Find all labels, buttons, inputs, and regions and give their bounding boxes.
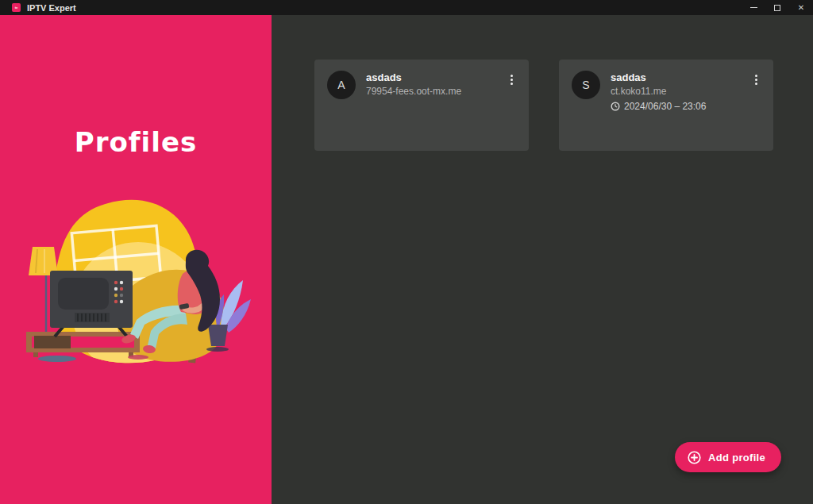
avatar: A	[327, 71, 356, 99]
close-button[interactable]: ✕	[789, 0, 813, 15]
profile-expiry: 2024/06/30 – 23:06	[611, 101, 749, 112]
clock-icon	[611, 102, 620, 111]
kebab-dot	[511, 83, 513, 85]
page-title: Profiles	[0, 126, 272, 158]
profile-expiry-text: 2024/06/30 – 23:06	[624, 101, 706, 112]
kebab-dot	[755, 75, 757, 77]
minimize-button[interactable]	[742, 0, 765, 15]
window-title: IPTV Expert	[27, 3, 76, 13]
window-controls: ✕	[742, 0, 813, 15]
app-logo-text: tv	[15, 6, 18, 10]
kebab-dot	[511, 75, 513, 77]
profile-menu-button[interactable]	[749, 72, 762, 87]
watching-tv-illustration	[13, 188, 260, 369]
close-icon: ✕	[798, 4, 804, 12]
plus-circle-icon	[688, 451, 701, 464]
add-profile-button[interactable]: Add profile	[675, 442, 781, 472]
minimize-icon	[750, 7, 757, 8]
profile-name: saddas	[611, 71, 749, 83]
profile-card-asdads[interactable]: A asdads 79954-fees.oot-mx.me	[314, 60, 529, 151]
maximize-button[interactable]	[765, 0, 789, 15]
kebab-dot	[511, 79, 513, 81]
profile-card-saddas[interactable]: S saddas ct.koko11.me 2024/06/30 – 23	[559, 60, 773, 151]
profile-menu-button[interactable]	[505, 72, 518, 87]
app-logo-icon: tv	[12, 3, 21, 12]
app-window: tv IPTV Expert ✕ Profiles	[0, 0, 813, 504]
kebab-dot	[755, 83, 757, 85]
add-profile-label: Add profile	[708, 452, 765, 464]
profile-cards-row: A asdads 79954-fees.oot-mx.me S	[314, 60, 773, 151]
kebab-dot	[755, 79, 757, 81]
tv	[50, 271, 133, 337]
profiles-content: A asdads 79954-fees.oot-mx.me S	[272, 15, 813, 504]
titlebar: tv IPTV Expert ✕	[0, 0, 813, 15]
sidebar-panel: Profiles	[0, 15, 272, 504]
profile-url: ct.koko11.me	[611, 86, 749, 97]
avatar: S	[572, 71, 600, 99]
profile-url: 79954-fees.oot-mx.me	[366, 86, 505, 97]
profile-name: asdads	[366, 71, 505, 83]
maximize-icon	[774, 5, 780, 11]
